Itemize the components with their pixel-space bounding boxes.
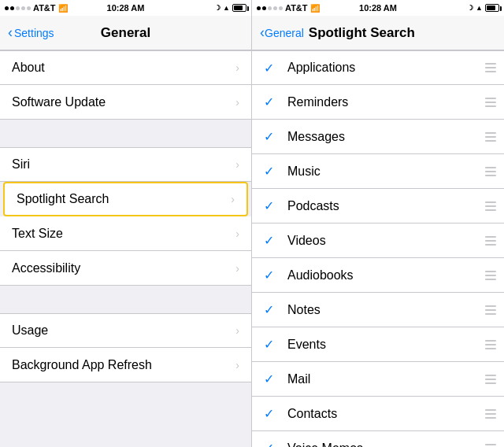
spotlight-item-row[interactable]: ✓Videos <box>252 224 504 258</box>
right-time-display: 10:28 AM <box>359 3 397 13</box>
rdot4 <box>273 6 277 10</box>
wifi-icon: 📶 <box>58 4 68 13</box>
spotlight-items-container: ✓Applications✓Reminders✓Messages✓Music✓P… <box>252 50 504 447</box>
right-battery-fill <box>487 6 495 10</box>
hamburger-line <box>485 175 496 176</box>
accessibility-row[interactable]: Accessibility › <box>0 251 251 286</box>
spotlight-search-label: Spotlight Search <box>17 192 231 206</box>
drag-handle-icon <box>485 305 496 315</box>
background-app-refresh-row[interactable]: Background App Refresh › <box>0 348 251 382</box>
moon-icon: ☽ <box>214 4 220 12</box>
check-icon: ✓ <box>264 61 278 76</box>
usage-chevron-icon: › <box>235 324 239 337</box>
spotlight-item-row[interactable]: ✓Voice Memos <box>252 431 504 447</box>
spotlight-item-row[interactable]: ✓Reminders <box>252 85 504 120</box>
rdot5 <box>279 6 283 10</box>
divider-1 <box>0 120 251 147</box>
hamburger-line <box>485 313 496 315</box>
item-label: Events <box>287 338 485 352</box>
drag-handle-icon <box>485 63 496 72</box>
right-location-icon: ▲ <box>476 4 483 12</box>
right-right-status: ☽ ▲ <box>467 4 499 12</box>
battery-fill <box>234 6 243 10</box>
item-label: Music <box>287 164 485 179</box>
spotlight-search-row[interactable]: Spotlight Search › <box>3 182 248 216</box>
spotlight-item-row[interactable]: ✓Podcasts <box>252 189 504 224</box>
divider-2 <box>0 286 251 313</box>
group-1: About › Software Update › <box>0 50 251 120</box>
spotlight-item-row[interactable]: ✓Applications <box>252 50 504 85</box>
drag-handle-icon <box>485 340 496 349</box>
right-carrier: AT&T 📶 <box>257 3 320 13</box>
signal-dots <box>5 6 31 10</box>
software-update-row[interactable]: Software Update › <box>0 85 251 120</box>
hamburger-line <box>485 309 496 311</box>
hamburger-line <box>485 375 496 376</box>
hamburger-line <box>485 205 496 207</box>
hamburger-line <box>485 171 496 172</box>
left-panel: AT&T 📶 10:28 AM ☽ ▲ ‹ Settings General A… <box>0 0 252 447</box>
right-panel: AT&T 📶 10:28 AM ☽ ▲ ‹ General Spotlight … <box>252 0 504 447</box>
check-icon: ✓ <box>264 94 278 109</box>
check-icon: ✓ <box>264 198 278 213</box>
spotlight-item-row[interactable]: ✓Notes <box>252 293 504 327</box>
check-icon: ✓ <box>264 233 278 248</box>
check-icon: ✓ <box>264 164 278 179</box>
spotlight-item-row[interactable]: ✓Contacts <box>252 397 504 431</box>
hamburger-line <box>485 71 496 72</box>
hamburger-line <box>485 98 496 99</box>
hamburger-line <box>485 344 496 345</box>
accessibility-chevron-icon: › <box>235 262 239 275</box>
rdot1 <box>257 6 261 10</box>
hamburger-line <box>485 444 496 445</box>
hamburger-line <box>485 136 496 138</box>
usage-row[interactable]: Usage › <box>0 313 251 348</box>
right-settings-list: ✓Applications✓Reminders✓Messages✓Music✓P… <box>252 50 504 447</box>
left-back-button[interactable]: ‹ Settings <box>8 24 54 41</box>
left-settings-list: About › Software Update › Siri › Spotlig… <box>0 50 251 447</box>
drag-handle-icon <box>485 132 496 142</box>
right-wifi-icon: 📶 <box>310 4 320 13</box>
item-label: Notes <box>287 303 485 317</box>
drag-handle-icon <box>485 444 496 448</box>
item-label: Voice Memos <box>287 441 485 448</box>
hamburger-line <box>485 417 496 419</box>
dot4 <box>21 6 25 10</box>
left-right-status: ☽ ▲ <box>214 4 246 12</box>
rdot3 <box>268 6 272 10</box>
right-back-label: General <box>265 27 304 39</box>
spotlight-item-row[interactable]: ✓Audiobooks <box>252 258 504 293</box>
spotlight-item-row[interactable]: ✓Mail <box>252 362 504 397</box>
hamburger-line <box>485 305 496 307</box>
item-label: Mail <box>287 372 485 386</box>
text-size-row[interactable]: Text Size › <box>0 216 251 251</box>
right-nav-title: Spotlight Search <box>309 25 415 41</box>
left-nav-title: General <box>101 25 150 41</box>
group-3: Usage › Background App Refresh › <box>0 313 251 382</box>
siri-row[interactable]: Siri › <box>0 147 251 182</box>
drag-handle-icon <box>485 236 496 246</box>
right-back-button[interactable]: ‹ General <box>260 24 304 41</box>
usage-label: Usage <box>12 323 235 338</box>
hamburger-line <box>485 132 496 134</box>
location-icon: ▲ <box>223 4 230 12</box>
right-moon-icon: ☽ <box>467 4 473 12</box>
left-carrier: AT&T 📶 <box>5 3 68 13</box>
dot3 <box>16 6 20 10</box>
hamburger-line <box>485 167 496 168</box>
check-icon: ✓ <box>264 441 278 447</box>
dot5 <box>27 6 31 10</box>
hamburger-line <box>485 105 496 107</box>
drag-handle-icon <box>485 98 496 107</box>
text-size-chevron-icon: › <box>235 227 239 240</box>
about-row[interactable]: About › <box>0 50 251 85</box>
hamburger-line <box>485 67 496 68</box>
spotlight-item-row[interactable]: ✓Events <box>252 327 504 362</box>
spotlight-item-row[interactable]: ✓Music <box>252 154 504 189</box>
rdot2 <box>262 6 266 10</box>
spotlight-item-row[interactable]: ✓Messages <box>252 120 504 154</box>
hamburger-line <box>485 140 496 142</box>
siri-chevron-icon: › <box>235 158 239 171</box>
item-label: Messages <box>287 130 485 144</box>
carrier-name: AT&T <box>33 3 56 13</box>
